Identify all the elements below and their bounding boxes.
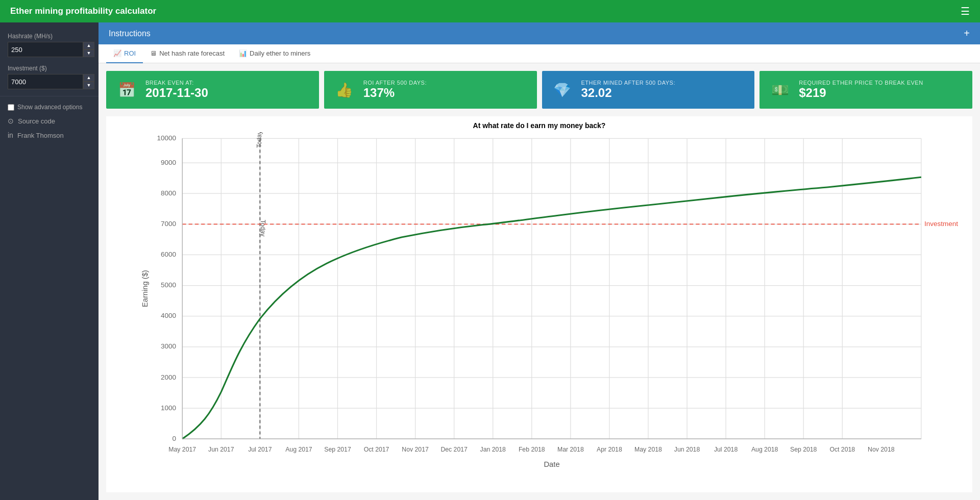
hashrate-decrement[interactable]: ▼ (83, 49, 94, 57)
svg-text:10000: 10000 (157, 134, 176, 142)
tab-roi-label: ROI (124, 49, 136, 57)
svg-text:Investment: Investment (924, 220, 958, 228)
stat-required-price-text: REQUIRED ETHER PRICE TO BREAK EVEN $219 (799, 80, 923, 101)
svg-text:Oct 2018: Oct 2018 (829, 446, 855, 453)
source-code-row[interactable]: ⊙ Source code (0, 114, 99, 128)
svg-text:Earning ($): Earning ($) (141, 270, 149, 307)
svg-text:0: 0 (172, 435, 176, 442)
investment-input[interactable] (8, 74, 83, 89)
tab-net-hash-label: Net hash rate forecast (159, 49, 225, 57)
tab-net-hash[interactable]: 🖥 Net hash rate forecast (143, 44, 232, 63)
svg-text:9000: 9000 (161, 159, 176, 166)
svg-text:2000: 2000 (161, 373, 176, 381)
show-advanced-checkbox[interactable] (8, 104, 14, 111)
svg-text:Jun 2017: Jun 2017 (208, 446, 234, 453)
source-code-label: Source code (18, 117, 55, 125)
diamond-icon: 💎 (550, 77, 575, 103)
svg-text:3000: 3000 (161, 342, 176, 350)
stat-breakeven-value: 2017-11-30 (145, 86, 208, 101)
earnings-chart: 0 1000 2000 3000 4000 5000 6000 7000 800… (111, 132, 967, 483)
stat-breakeven: 📅 BREAK EVEN AT: 2017-11-30 (106, 71, 319, 109)
linkedin-icon: in (8, 131, 13, 139)
svg-text:Jul 2017: Jul 2017 (248, 446, 272, 453)
show-advanced-label: Show advanced options (17, 104, 82, 111)
stat-required-price-value: $219 (799, 86, 923, 101)
stat-breakeven-text: BREAK EVEN AT: 2017-11-30 (145, 80, 208, 101)
svg-text:Sep 2018: Sep 2018 (790, 446, 817, 453)
svg-text:May 2018: May 2018 (634, 446, 662, 453)
hashrate-input-wrapper: ▲ ▼ (8, 42, 91, 57)
svg-text:Date: Date (544, 460, 559, 468)
instructions-title: Instructions (109, 29, 151, 38)
svg-text:1000: 1000 (161, 404, 176, 412)
svg-text:Today: Today (259, 220, 266, 237)
investment-label: Investment ($) (8, 65, 91, 72)
svg-text:8000: 8000 (161, 189, 176, 197)
hashrate-spinner: ▲ ▼ (83, 42, 94, 57)
investment-input-wrapper: ▲ ▼ (8, 74, 91, 89)
hashrate-input[interactable] (8, 42, 83, 57)
tabs-row: 📈 ROI 🖥 Net hash rate forecast 📊 Daily e… (99, 44, 980, 63)
stat-roi-value: 137% (363, 86, 427, 101)
circle-icon: ⊙ (8, 117, 14, 125)
instructions-bar: Instructions + (99, 22, 980, 44)
svg-text:Jun 2018: Jun 2018 (674, 446, 700, 453)
svg-text:6000: 6000 (161, 251, 176, 258)
app-title: Ether mining profitability calculator (10, 6, 961, 16)
thumbsup-icon: 👍 (332, 77, 357, 103)
svg-text:7000: 7000 (161, 220, 176, 228)
content-area: Instructions + 📈 ROI 🖥 Net hash rate for… (99, 22, 980, 500)
investment-section: Investment ($) ▲ ▼ (0, 60, 99, 92)
svg-text:Jan 2018: Jan 2018 (480, 446, 506, 453)
svg-text:5000: 5000 (161, 281, 176, 289)
author-label: Frank Thomson (17, 132, 64, 139)
tab-daily-ether[interactable]: 📊 Daily ether to miners (232, 44, 317, 63)
svg-text:Apr 2018: Apr 2018 (597, 446, 622, 453)
roi-tab-icon: 📈 (113, 49, 121, 57)
net-hash-tab-icon: 🖥 (150, 49, 157, 57)
svg-text:Oct 2017: Oct 2017 (364, 446, 389, 453)
chart-container: At what rate do I earn my money back? (106, 116, 972, 492)
investment-increment[interactable]: ▲ (83, 74, 94, 82)
svg-text:Dec 2017: Dec 2017 (440, 446, 468, 453)
svg-text:Aug 2017: Aug 2017 (285, 446, 312, 453)
show-advanced-row[interactable]: Show advanced options (0, 101, 99, 114)
stat-ether-mined-label: ETHER MINED AFTER 500 DAYS: (581, 80, 675, 86)
investment-decrement[interactable]: ▼ (83, 82, 94, 89)
chart-title: At what rate do I earn my money back? (111, 121, 967, 130)
svg-text:Mar 2018: Mar 2018 (557, 446, 584, 453)
stat-roi-text: ROI AFTER 500 DAYS: 137% (363, 80, 427, 101)
dollar-icon: 💵 (767, 77, 793, 103)
stat-required-price: 💵 REQUIRED ETHER PRICE TO BREAK EVEN $21… (760, 71, 972, 109)
main-layout: Hashrate (MH/s) ▲ ▼ Investment ($) ▲ ▼ (0, 22, 980, 500)
stat-breakeven-label: BREAK EVEN AT: (145, 80, 208, 86)
svg-text:Nov 2018: Nov 2018 (868, 446, 895, 453)
svg-text:Aug 2018: Aug 2018 (751, 446, 778, 453)
svg-text:Jul 2018: Jul 2018 (714, 446, 738, 453)
daily-ether-tab-icon: 📊 (239, 49, 247, 57)
stat-ether-mined-value: 32.02 (581, 86, 675, 101)
stats-row: 📅 BREAK EVEN AT: 2017-11-30 👍 ROI AFTER … (99, 63, 980, 116)
svg-text:Sep 2017: Sep 2017 (324, 446, 351, 453)
investment-spinner: ▲ ▼ (83, 74, 94, 89)
stat-roi: 👍 ROI AFTER 500 DAYS: 137% (324, 71, 537, 109)
stat-ether-mined: 💎 ETHER MINED AFTER 500 DAYS: 32.02 (542, 71, 755, 109)
svg-text:4000: 4000 (161, 312, 176, 319)
hashrate-label: Hashrate (MH/s) (8, 33, 91, 40)
svg-text:Nov 2017: Nov 2017 (402, 446, 429, 453)
stat-roi-label: ROI AFTER 500 DAYS: (363, 80, 427, 86)
author-row[interactable]: in Frank Thomson (0, 128, 99, 142)
hamburger-icon[interactable]: ☰ (961, 5, 970, 17)
tab-daily-ether-label: Daily ether to miners (250, 49, 310, 57)
svg-text:Today: Today (256, 132, 263, 148)
calendar-icon: 📅 (114, 77, 139, 103)
instructions-expand-button[interactable]: + (964, 28, 970, 39)
hashrate-increment[interactable]: ▲ (83, 42, 94, 49)
sidebar: Hashrate (MH/s) ▲ ▼ Investment ($) ▲ ▼ (0, 22, 99, 500)
svg-text:Feb 2018: Feb 2018 (519, 446, 545, 453)
hashrate-section: Hashrate (MH/s) ▲ ▼ (0, 28, 99, 60)
tab-roi[interactable]: 📈 ROI (106, 44, 143, 63)
svg-text:May 2017: May 2017 (168, 446, 196, 453)
stat-required-price-label: REQUIRED ETHER PRICE TO BREAK EVEN (799, 80, 923, 86)
top-navbar: Ether mining profitability calculator ☰ (0, 0, 980, 22)
